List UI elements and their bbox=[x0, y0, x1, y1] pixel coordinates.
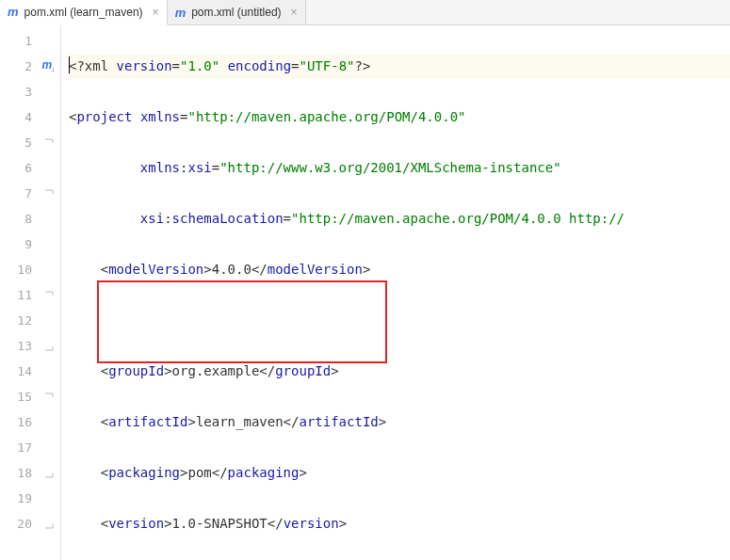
fold-marker-open-icon[interactable] bbox=[38, 282, 60, 308]
fold-marker-open-icon[interactable] bbox=[38, 130, 60, 155]
tab-label: pom.xml (learn_maven) bbox=[24, 6, 143, 19]
line-number: 15 bbox=[0, 384, 38, 409]
line-number: 13 bbox=[0, 333, 38, 359]
close-icon[interactable]: × bbox=[291, 6, 298, 19]
maven-reload-icon[interactable]: m↓ bbox=[38, 54, 60, 79]
tab-label: pom.xml (untitled) bbox=[191, 6, 281, 19]
line-number: 12 bbox=[0, 308, 38, 333]
line-number: 8 bbox=[0, 206, 38, 232]
line-number: 9 bbox=[0, 232, 38, 257]
line-number: 20 bbox=[0, 511, 38, 536]
line-number: 5 bbox=[0, 130, 38, 155]
code-line: <version>1.0-SNAPSHOT</version> bbox=[69, 511, 730, 536]
icon-gutter: m↓ bbox=[38, 25, 61, 560]
line-number: 17 bbox=[0, 435, 38, 460]
maven-file-icon: m bbox=[8, 6, 19, 18]
code-editor[interactable]: 1 2 3 4 5 6 7 8 9 10 11 12 13 14 15 16 1… bbox=[0, 25, 730, 560]
editor-root: m pom.xml (learn_maven) × m pom.xml (unt… bbox=[0, 0, 730, 560]
fold-marker-close-icon[interactable] bbox=[38, 511, 60, 536]
tab-bar: m pom.xml (learn_maven) × m pom.xml (unt… bbox=[0, 0, 730, 25]
line-number: 6 bbox=[0, 155, 38, 181]
code-area[interactable]: <?xml version="1.0" encoding="UTF-8"?> <… bbox=[61, 25, 730, 560]
line-number: 7 bbox=[0, 181, 38, 206]
line-number: 19 bbox=[0, 486, 38, 511]
fold-marker-close-icon[interactable] bbox=[38, 333, 60, 359]
code-line: xmlns:xsi="http://www.w3.org/2001/XMLSch… bbox=[69, 155, 730, 181]
code-line: xsi:schemaLocation="http://maven.apache.… bbox=[69, 206, 730, 232]
line-number: 11 bbox=[0, 282, 38, 308]
code-line: <packaging>pom</packaging> bbox=[69, 460, 730, 486]
line-number: 14 bbox=[0, 359, 38, 384]
code-line: <project xmlns="http://maven.apache.org/… bbox=[69, 104, 730, 130]
line-number: 18 bbox=[0, 460, 38, 486]
line-number-gutter: 1 2 3 4 5 6 7 8 9 10 11 12 13 14 15 16 1… bbox=[0, 25, 38, 560]
line-number: 10 bbox=[0, 257, 38, 282]
line-number: 3 bbox=[0, 79, 38, 104]
fold-marker-open-icon[interactable] bbox=[38, 181, 60, 206]
code-line: <modelVersion>4.0.0</modelVersion> bbox=[69, 257, 730, 282]
line-number: 1 bbox=[0, 28, 38, 54]
fold-marker-open-icon[interactable] bbox=[38, 384, 60, 409]
close-icon[interactable]: × bbox=[153, 6, 159, 19]
tab-pom-untitled[interactable]: m pom.xml (untitled) × bbox=[168, 0, 306, 24]
code-line bbox=[69, 308, 730, 333]
line-number: 16 bbox=[0, 409, 38, 435]
tab-pom-learn-maven[interactable]: m pom.xml (learn_maven) × bbox=[0, 0, 168, 25]
code-line: <?xml version="1.0" encoding="UTF-8"?> bbox=[69, 54, 730, 79]
line-number: 2 bbox=[0, 54, 38, 79]
fold-marker-close-icon[interactable] bbox=[38, 460, 60, 486]
code-line: <groupId>org.example</groupId> bbox=[69, 359, 730, 384]
code-line: <artifactId>learn_maven</artifactId> bbox=[69, 409, 730, 435]
maven-file-icon: m bbox=[175, 7, 187, 19]
line-number: 4 bbox=[0, 104, 38, 130]
